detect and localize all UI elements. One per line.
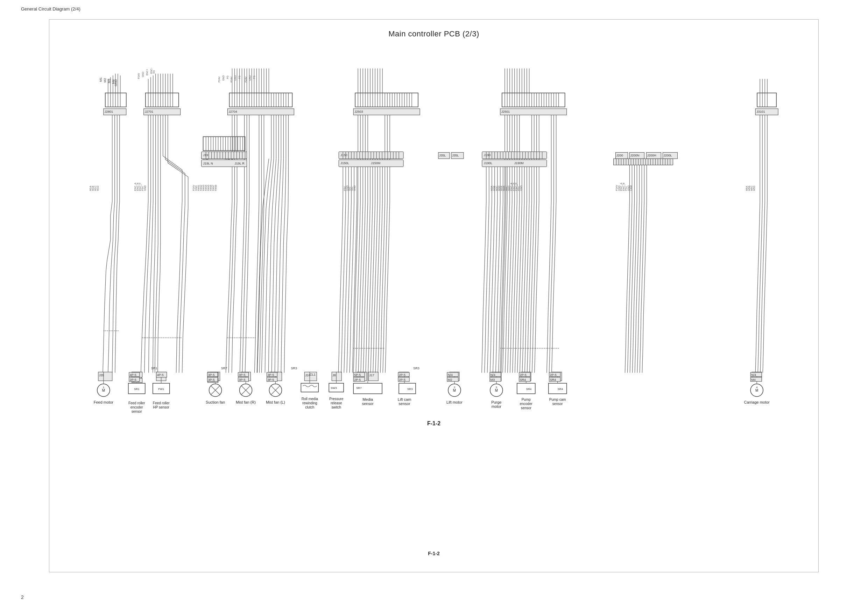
svg-text:Roll media: Roll media	[302, 397, 318, 401]
svg-text:P5V: P5V	[141, 186, 144, 191]
svg-text:P24V: P24V	[230, 76, 232, 82]
svg-text:GND: GND	[234, 75, 237, 81]
svg-text:sensor: sensor	[521, 406, 532, 410]
svg-text:3P-5: 3P-5	[267, 378, 274, 382]
svg-rect-242	[301, 383, 318, 392]
svg-text:GND: GND	[249, 75, 251, 81]
svg-text:Lift cam: Lift cam	[398, 397, 411, 401]
svg-text:Carriage motor: Carriage motor	[744, 400, 770, 404]
svg-text:FAN6: FAN6	[209, 185, 212, 191]
svg-text:Feed roller: Feed roller	[129, 401, 145, 405]
svg-text:SR7: SR7	[221, 367, 227, 370]
svg-text:M3A: M3A	[490, 186, 493, 191]
circuit-diagram: text { font-family: Arial, sans-serif; f…	[49, 20, 818, 572]
svg-text:SIG: SIG	[351, 187, 353, 191]
svg-text:2P-5: 2P-5	[520, 373, 527, 377]
svg-text:M1D: M1D	[96, 186, 99, 191]
svg-text:M3: M3	[107, 79, 111, 83]
svg-text:ENC-: ENC-	[150, 68, 152, 74]
svg-text:M4B: M4B	[503, 186, 505, 191]
svg-text:M3: M3	[490, 378, 495, 382]
feed-motor-symbol: J35 M 1 Feed motor	[94, 372, 114, 404]
pressure-release-symbol: J8 SW3 Pressure release switch	[329, 372, 344, 409]
svg-text:switch: switch	[331, 406, 341, 409]
svg-text:GND: GND	[627, 185, 630, 191]
svg-text:Suction fan: Suction fan	[206, 400, 225, 404]
svg-rect-88	[353, 109, 420, 115]
svg-text:J150: J150	[340, 153, 347, 157]
svg-text:J19L N: J19L N	[203, 162, 213, 165]
svg-text:J8: J8	[332, 373, 336, 377]
svg-rect-22	[146, 93, 179, 107]
connector-j2704: J2704	[228, 68, 294, 115]
connector-j2503: J2503	[353, 68, 420, 115]
svg-text:J200L: J200L	[663, 154, 672, 157]
roll-media-clutch-symbol: J24 CL1 Roll media rewinding clutch	[301, 372, 318, 409]
svg-text:motor: motor	[491, 404, 501, 409]
svg-text:FAN1: FAN1	[197, 185, 200, 191]
svg-text:J17: J17	[369, 373, 374, 377]
svg-text:Media: Media	[363, 397, 373, 401]
svg-text:CL1: CL1	[310, 373, 315, 376]
svg-text:SW3: SW3	[331, 387, 337, 390]
svg-text:Pump: Pump	[522, 398, 531, 401]
carriage-motor-symbol: J25 M 4 Carriage motor	[744, 372, 770, 404]
svg-text:4P-5: 4P-5	[157, 373, 164, 377]
svg-text:3: 3	[496, 386, 498, 389]
svg-text:J19: J19	[203, 153, 209, 157]
svg-text:2P-5: 2P-5	[354, 378, 361, 382]
svg-text:4P-5: 4P-5	[130, 373, 136, 377]
svg-text:GND: GND	[346, 185, 349, 191]
svg-text:GND: GND	[222, 75, 225, 81]
svg-text:3P-5: 3P-5	[267, 373, 274, 377]
svg-text:J200: J200	[617, 154, 623, 157]
j200-connector-detail	[614, 159, 673, 165]
svg-text:GND: GND	[144, 185, 146, 191]
svg-text:2P-5: 2P-5	[399, 373, 406, 377]
svg-text:J2801: J2801	[105, 110, 113, 113]
svg-text:M1B: M1B	[91, 186, 94, 191]
svg-text:M2: M2	[103, 78, 107, 82]
svg-text:SG: SG	[152, 70, 155, 73]
connector-j2801: J2801 M1 M2 M3 M4 GND	[99, 74, 126, 115]
svg-text:J150M: J150M	[371, 162, 380, 165]
svg-text:2P-5: 2P-5	[399, 378, 406, 382]
svg-text:GND: GND	[195, 185, 197, 191]
svg-text:FG: FG	[239, 76, 241, 79]
page-title: General Circuit Diagram (2/4)	[21, 6, 81, 12]
svg-text:N/4: N/4	[751, 373, 756, 377]
svg-text:J190L: J190L	[484, 162, 492, 165]
svg-text:HP sensor: HP sensor	[153, 406, 169, 409]
svg-text:J2501: J2501	[501, 110, 510, 113]
mid-connector-j35: J35L J35L	[439, 152, 463, 159]
svg-text:J2704: J2704	[229, 110, 237, 113]
svg-text:J190: J190	[484, 153, 490, 157]
svg-text:FAN8: FAN8	[214, 185, 217, 191]
svg-text:Mist fan (R): Mist fan (R)	[236, 400, 256, 404]
svg-text:4: 4	[756, 386, 758, 389]
svg-text:release: release	[331, 401, 342, 405]
svg-text:M1A: M1A	[89, 186, 91, 191]
svg-text:J2503: J2503	[354, 110, 363, 113]
svg-text:3P-5: 3P-5	[239, 373, 246, 377]
lift-motor-symbol: J19 M 2 Lift motor	[446, 372, 462, 404]
svg-text:sensor: sensor	[399, 401, 411, 406]
diagram-container: Main controller PCB (2/3) text { font-fa…	[49, 19, 819, 572]
svg-text:SR1: SR1	[134, 387, 140, 391]
svg-text:FG: FG	[226, 76, 229, 79]
connector-j2501: J2501	[500, 68, 567, 115]
svg-text:GND: GND	[142, 72, 144, 77]
svg-text:M5B: M5B	[748, 186, 750, 191]
svg-text:P5V: P5V	[518, 186, 520, 191]
svg-text:J190M: J190M	[514, 162, 524, 165]
svg-text:CAM: CAM	[630, 185, 632, 191]
svg-text:Lift motor: Lift motor	[446, 400, 462, 404]
svg-text:sensor: sensor	[362, 401, 374, 406]
svg-text:P5V: P5V	[625, 186, 627, 191]
svg-text:M3D: M3D	[498, 186, 500, 191]
svg-text:M2: M2	[448, 378, 452, 382]
svg-text:M5C: M5C	[750, 186, 753, 191]
svg-text:SR3: SR3	[291, 367, 297, 370]
svg-text:SR4: SR4	[558, 387, 563, 391]
svg-text:M: M	[495, 389, 498, 392]
